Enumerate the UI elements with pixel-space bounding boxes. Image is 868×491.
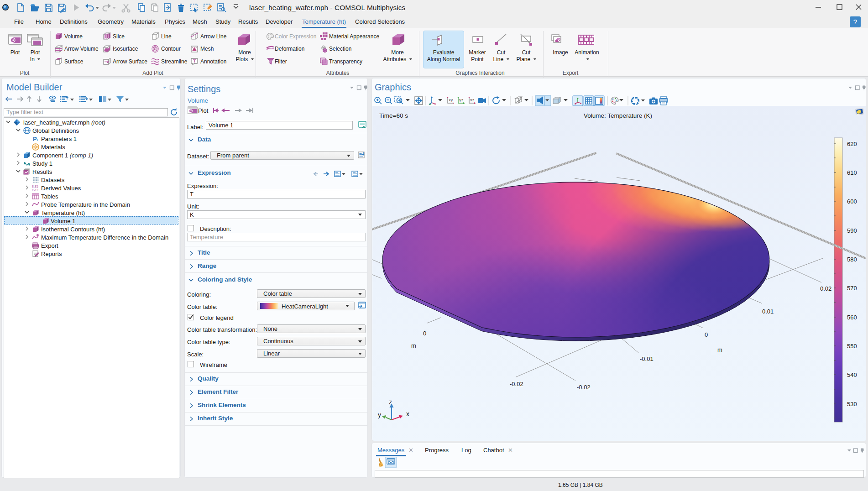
svg-text:Time=60 s: Time=60 s [379,112,408,119]
svg-text:i: i [37,137,38,142]
svg-text:610: 610 [847,169,857,176]
svg-text:550: 550 [847,343,857,350]
svg-text:8.85: 8.85 [32,185,38,188]
svg-text:0: 0 [423,330,426,337]
svg-text:Volume: Temperature (K): Volume: Temperature (K) [584,112,652,119]
svg-text:0: 0 [705,331,708,338]
svg-text:580: 580 [847,256,857,263]
svg-text:570: 570 [847,285,857,292]
svg-text:P: P [33,136,37,142]
svg-text:0.01: 0.01 [762,308,774,315]
svg-text:600: 600 [847,198,857,205]
svg-text:z: z [389,398,392,406]
svg-text:e-12: e-12 [32,188,38,192]
svg-text:x: x [406,410,409,418]
svg-text:620: 620 [847,141,857,147]
svg-text:540: 540 [847,371,857,378]
svg-text:560: 560 [847,314,857,321]
svg-text:0.02: 0.02 [820,285,831,292]
svg-text:m: m [717,346,722,353]
svg-text:590: 590 [847,227,857,234]
svg-text:m: m [411,342,416,349]
svg-text:y: y [378,411,381,418]
svg-text:-0.02: -0.02 [510,381,523,387]
svg-text:-0.01: -0.01 [640,355,654,362]
svg-text:530: 530 [847,401,857,407]
svg-text:-0.02: -0.02 [577,384,591,391]
